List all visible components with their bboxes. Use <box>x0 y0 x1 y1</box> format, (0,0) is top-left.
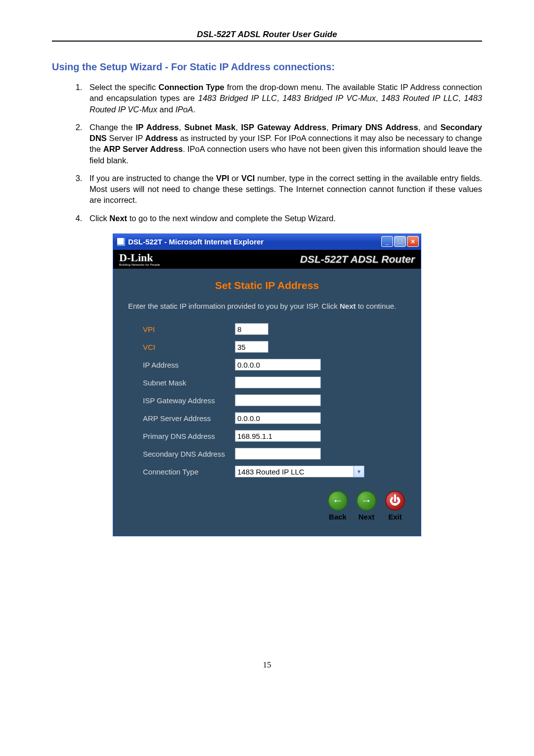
vpi-input[interactable] <box>235 323 268 335</box>
subnet-mask-input[interactable] <box>235 377 321 388</box>
page-header-title: DSL-522T ADSL Router User Guide <box>52 30 482 40</box>
header-rule <box>52 41 482 42</box>
secondary-dns-input[interactable] <box>235 448 321 460</box>
ie-page-icon <box>117 238 125 246</box>
page-number: 15 <box>52 660 482 670</box>
step-4: Click Next to go to the next window and … <box>85 213 482 224</box>
wizard-body: Set Static IP Address Enter the static I… <box>113 269 421 536</box>
vpi-label: VPI <box>143 325 232 333</box>
ie-window: DSL-522T - Microsoft Internet Explorer _… <box>113 234 421 536</box>
connection-type-label: Connection Type <box>143 468 232 476</box>
ip-address-label: IP Address <box>143 361 232 369</box>
vci-input[interactable] <box>235 341 268 353</box>
secondary-dns-label: Secondary DNS Address <box>143 450 232 458</box>
arrow-left-icon: ← <box>328 491 348 511</box>
connection-type-select[interactable]: 1483 Routed IP LLC ▾ <box>235 466 364 477</box>
subnet-mask-label: Subnet Mask <box>143 378 232 387</box>
maximize-button[interactable]: □ <box>394 236 406 247</box>
step-3: If you are instructed to change the VPI … <box>85 173 482 206</box>
arrow-right-icon: → <box>356 491 376 511</box>
arp-server-input[interactable] <box>235 412 321 424</box>
wizard-instruction: Enter the static IP information provided… <box>128 301 406 311</box>
power-icon: ⏻ <box>385 491 405 511</box>
product-name: DSL-522T ADSL Router <box>300 253 415 265</box>
connection-type-value: 1483 Routed IP LLC <box>235 466 354 477</box>
primary-dns-input[interactable] <box>235 430 321 442</box>
arp-server-label: ARP Server Address <box>143 414 232 423</box>
next-button[interactable]: → Next <box>355 491 378 521</box>
window-buttons: _ □ × <box>381 236 419 247</box>
dlink-logo: D-Link Building Networks for People <box>119 252 160 266</box>
wizard-heading: Set Static IP Address <box>128 280 406 291</box>
section-title: Using the Setup Wizard - For Static IP A… <box>52 61 482 73</box>
vci-label: VCI <box>143 343 232 351</box>
primary-dns-label: Primary DNS Address <box>143 432 232 440</box>
chevron-down-icon[interactable]: ▾ <box>354 466 364 477</box>
form-grid: VPI VCI IP Address Subnet Mask ISP Gatew… <box>143 323 406 477</box>
wizard-nav-buttons: ← Back → Next ⏻ Exit <box>326 491 407 521</box>
router-banner: D-Link Building Networks for People DSL-… <box>113 250 421 269</box>
close-button[interactable]: × <box>407 236 419 247</box>
ip-address-input[interactable] <box>235 359 321 371</box>
instruction-list: Select the specific Connection Type from… <box>52 82 482 224</box>
back-button[interactable]: ← Back <box>326 491 350 521</box>
isp-gateway-input[interactable] <box>235 394 321 406</box>
ie-window-title: DSL-522T - Microsoft Internet Explorer <box>128 237 264 246</box>
step-2: Change the IP Address, Subnet Mask, ISP … <box>85 122 482 166</box>
minimize-button[interactable]: _ <box>381 236 393 247</box>
step-1: Select the specific Connection Type from… <box>85 82 482 115</box>
isp-gateway-label: ISP Gateway Address <box>143 396 232 405</box>
ie-titlebar: DSL-522T - Microsoft Internet Explorer _… <box>113 234 421 250</box>
exit-button[interactable]: ⏻ Exit <box>383 491 407 521</box>
